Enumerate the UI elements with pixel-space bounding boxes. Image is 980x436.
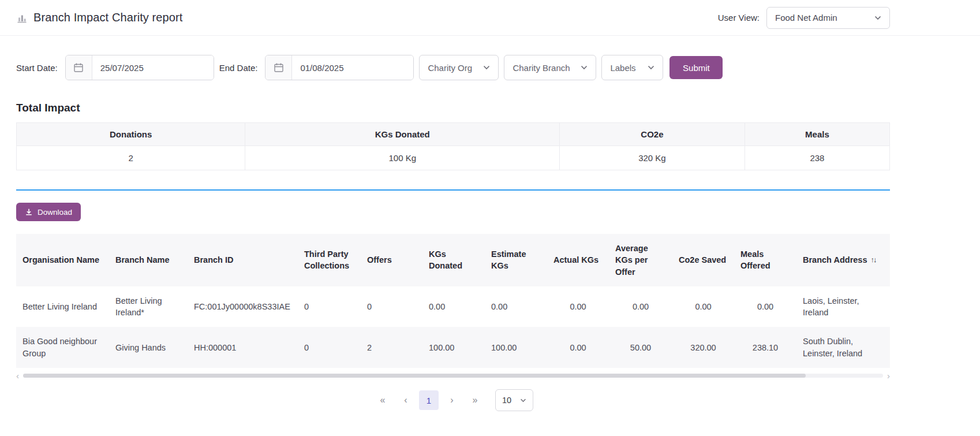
- column-header-label: Branch Address: [803, 254, 867, 266]
- end-date-group: [265, 55, 414, 80]
- last-page-button[interactable]: »: [465, 390, 485, 410]
- column-header-branch-address[interactable]: Branch Address ↑↓: [796, 234, 890, 286]
- user-view-select[interactable]: Food Net Admin: [766, 7, 890, 29]
- chevron-down-icon: [874, 16, 881, 20]
- start-date-group: [65, 55, 214, 80]
- cell-branch-id: FC:001Jy00000k8S33IAE: [188, 286, 298, 327]
- header: Branch Impact Charity report User View: …: [0, 0, 980, 36]
- bar-chart-icon: [16, 12, 28, 24]
- column-header-offers: Offers: [361, 234, 422, 286]
- column-header-meals-offered: Meals Offered: [734, 234, 796, 286]
- scroll-right-icon[interactable]: ›: [887, 371, 890, 380]
- cell-third-party-collections: 0: [298, 286, 361, 327]
- chevron-down-icon: [520, 398, 526, 403]
- user-view: User View: Food Net Admin: [718, 7, 890, 29]
- cell-branch-name: Better Living Ireland*: [109, 286, 188, 327]
- page-size-value: 10: [502, 396, 511, 405]
- cell-branch-address: South Dublin, Leinster, Ireland: [796, 327, 890, 368]
- start-date-label: Start Date:: [16, 63, 58, 73]
- table-header-row: Organisation Name Branch Name Branch ID …: [16, 234, 890, 286]
- branch-impact-table: Organisation Name Branch Name Branch ID …: [16, 234, 890, 368]
- column-header-kgs-donated: KGs Donated: [422, 234, 485, 286]
- filter-bar: Start Date: End Date: Charity Org: [16, 55, 890, 80]
- cell-kgs-donated: 0.00: [422, 286, 485, 327]
- cell-estimate-kgs: 100.00: [485, 327, 547, 368]
- page-size-select[interactable]: 10: [495, 389, 533, 411]
- impact-header-meals: Meals: [745, 123, 889, 146]
- cell-organisation-name: Bia Good neighbour Group: [16, 327, 109, 368]
- download-icon: [25, 208, 33, 216]
- cell-co2e-saved: 320.00: [672, 327, 734, 368]
- total-impact-table: Donations KGs Donated CO2e Meals 2 100 K…: [16, 122, 890, 170]
- labels-select[interactable]: Labels: [601, 55, 663, 80]
- column-header-organisation-name: Organisation Name: [16, 234, 109, 286]
- cell-average-kgs-per-offer: 0.00: [609, 286, 672, 327]
- prev-page-button[interactable]: ‹: [396, 390, 416, 410]
- cell-branch-name: Giving Hands: [109, 327, 188, 368]
- calendar-icon[interactable]: [66, 55, 92, 80]
- title-wrap: Branch Impact Charity report: [16, 11, 182, 24]
- scroll-left-icon[interactable]: ‹: [16, 371, 19, 380]
- end-date-label: End Date:: [219, 63, 258, 73]
- column-header-third-party-collections: Third Party Collections: [298, 234, 361, 286]
- cell-actual-kgs: 0.00: [547, 286, 609, 327]
- cell-branch-id: HH:000001: [188, 327, 298, 368]
- cell-offers: 0: [361, 286, 422, 327]
- chevron-down-icon: [648, 65, 654, 70]
- column-header-average-kgs-per-offer: Average KGs per Offer: [609, 234, 672, 286]
- horizontal-scrollbar[interactable]: ‹ ›: [16, 371, 890, 380]
- cell-actual-kgs: 0.00: [547, 327, 609, 368]
- column-header-branch-name: Branch Name: [109, 234, 188, 286]
- column-header-co2e-saved: Co2e Saved: [672, 234, 734, 286]
- next-page-button[interactable]: ›: [442, 390, 462, 410]
- column-header-branch-id: Branch ID: [188, 234, 298, 286]
- section-divider: [16, 189, 890, 191]
- impact-header-kgs-donated: KGs Donated: [245, 123, 560, 146]
- download-label: Download: [38, 208, 72, 217]
- start-date-input[interactable]: [92, 55, 214, 80]
- chevron-down-icon: [581, 65, 588, 70]
- cell-branch-address: Laois, Leinster, Ireland: [796, 286, 890, 327]
- cell-average-kgs-per-offer: 50.00: [609, 327, 672, 368]
- charity-branch-select[interactable]: Charity Branch: [504, 55, 596, 80]
- download-button[interactable]: Download: [16, 203, 81, 221]
- table-row: Bia Good neighbour Group Giving Hands HH…: [16, 327, 890, 368]
- column-header-estimate-kgs: Estimate KGs: [485, 234, 547, 286]
- impact-value-co2e: 320 Kg: [560, 146, 745, 170]
- impact-header-row: Donations KGs Donated CO2e Meals: [17, 123, 890, 146]
- submit-button[interactable]: Submit: [669, 56, 723, 79]
- scrollbar-thumb[interactable]: [23, 374, 806, 378]
- table-row: Better Living Ireland Better Living Irel…: [16, 286, 890, 327]
- column-header-actual-kgs: Actual KGs: [547, 234, 609, 286]
- cell-third-party-collections: 0: [298, 327, 361, 368]
- impact-value-donations: 2: [17, 146, 245, 170]
- impact-value-meals: 238: [745, 146, 889, 170]
- first-page-button[interactable]: «: [373, 390, 392, 410]
- user-view-value: Food Net Admin: [775, 13, 837, 23]
- cell-offers: 2: [361, 327, 422, 368]
- calendar-icon[interactable]: [265, 55, 292, 80]
- total-impact-title: Total Impact: [16, 102, 890, 114]
- main-content: Start Date: End Date: Charity Org: [0, 55, 980, 411]
- impact-header-co2e: CO2e: [560, 123, 745, 146]
- charity-branch-value: Charity Branch: [513, 63, 570, 73]
- scrollbar-track[interactable]: [23, 374, 883, 378]
- labels-value: Labels: [610, 63, 635, 73]
- current-page-button[interactable]: 1: [419, 390, 439, 410]
- cell-organisation-name: Better Living Ireland: [16, 286, 109, 327]
- cell-meals-offered: 238.10: [734, 327, 796, 368]
- impact-header-donations: Donations: [17, 123, 245, 146]
- chevron-down-icon: [483, 65, 490, 70]
- cell-estimate-kgs: 0.00: [485, 286, 547, 327]
- sort-icon[interactable]: ↑↓: [870, 255, 876, 265]
- pagination: « ‹ 1 › » 10: [16, 389, 890, 411]
- charity-org-value: Charity Org: [428, 63, 472, 73]
- cell-co2e-saved: 0.00: [672, 286, 734, 327]
- charity-org-select[interactable]: Charity Org: [419, 55, 499, 80]
- impact-value-kgs-donated: 100 Kg: [245, 146, 560, 170]
- impact-value-row: 2 100 Kg 320 Kg 238: [17, 146, 890, 170]
- cell-kgs-donated: 100.00: [422, 327, 485, 368]
- user-view-label: User View:: [718, 13, 760, 23]
- end-date-input[interactable]: [292, 55, 413, 80]
- cell-meals-offered: 0.00: [734, 286, 796, 327]
